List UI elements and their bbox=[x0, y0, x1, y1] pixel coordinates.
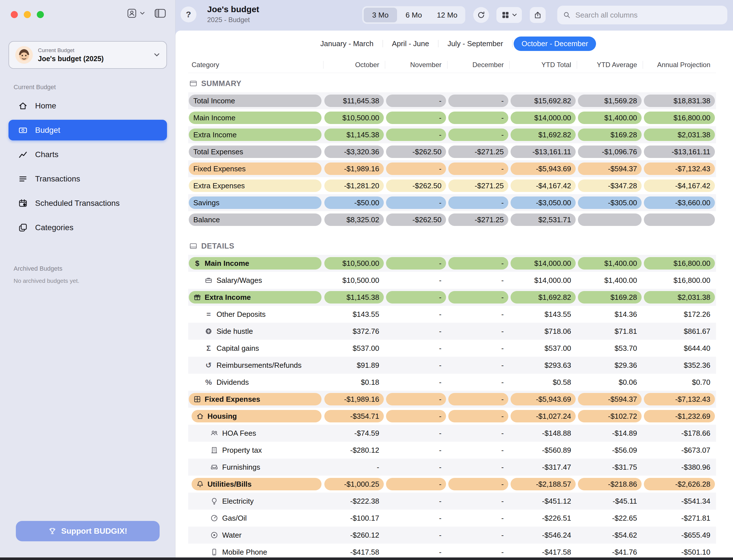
value-cell: -$1,281.20 bbox=[324, 179, 384, 192]
content-panel: January - MarchApril - JuneJuly - Septem… bbox=[176, 31, 733, 560]
value-cell: - bbox=[386, 478, 446, 490]
summary-row-extra-expenses[interactable]: Extra Expenses-$1,281.20-$262.50-$271.25… bbox=[188, 177, 716, 194]
summary-row-savings[interactable]: Savings-$50.00---$3,050.00-$305.00-$3,66… bbox=[188, 194, 716, 211]
value-cell: - bbox=[386, 291, 446, 303]
details-row-fixed-expenses[interactable]: Fixed Expenses-$1,989.16---$5,943.69-$59… bbox=[188, 391, 716, 408]
details-row-salary-wages[interactable]: Salary/Wages$10,500.00--$14,000.00$1,400… bbox=[188, 272, 716, 289]
value-cell: -$560.89 bbox=[509, 446, 577, 455]
period-segment-3-mo[interactable]: 3 Mo bbox=[364, 8, 397, 22]
sidebar-item-transactions[interactable]: Transactions bbox=[8, 168, 167, 189]
value-cell: -$3,050.00 bbox=[510, 196, 576, 209]
sidebar-item-home[interactable]: Home bbox=[8, 95, 167, 116]
value-cell: - bbox=[385, 463, 447, 472]
briefcase-icon bbox=[205, 276, 213, 284]
category-label: Extra Expenses bbox=[193, 181, 245, 190]
details-row-other-deposits[interactable]: =Other Deposits$143.55--$143.55$14.36$17… bbox=[188, 306, 716, 323]
sidebar-item-charts[interactable]: Charts bbox=[8, 144, 167, 165]
value-cell: -$2,626.28 bbox=[644, 478, 715, 490]
details-section-title: DETAILS bbox=[188, 237, 716, 255]
column-header-november[interactable]: November bbox=[385, 61, 447, 69]
category-label: Savings bbox=[193, 198, 220, 207]
value-cell: $29.36 bbox=[577, 361, 643, 370]
title-block: Joe's budget 2025 - Budget bbox=[207, 5, 259, 24]
layout-grid-button[interactable] bbox=[496, 7, 522, 23]
support-button-label: Support BUDGIX! bbox=[61, 527, 127, 536]
value-cell: -$4,167.42 bbox=[510, 179, 576, 192]
tab-january-march[interactable]: January - March bbox=[313, 37, 381, 51]
support-button[interactable]: Support BUDGIX! bbox=[16, 521, 160, 541]
value-cell: -$22.65 bbox=[577, 514, 643, 523]
details-row-main-income[interactable]: $Main Income$10,500.00--$14,000.00$1,400… bbox=[188, 255, 716, 272]
value-cell: -$262.50 bbox=[386, 146, 446, 158]
column-header-category[interactable]: Category bbox=[188, 61, 323, 69]
summary-row-main-income[interactable]: Main Income$10,500.00--$14,000.00$1,400.… bbox=[188, 109, 716, 126]
zoom-window-button[interactable] bbox=[37, 11, 44, 18]
details-row-property-tax[interactable]: Property tax-$280.12---$560.89-$56.09-$6… bbox=[188, 442, 716, 459]
value-cell: - bbox=[385, 497, 447, 506]
column-header-december[interactable]: December bbox=[447, 61, 509, 69]
refresh-button[interactable] bbox=[473, 7, 489, 23]
column-header-october[interactable]: October bbox=[323, 61, 385, 69]
period-segment-12-mo[interactable]: 12 Mo bbox=[430, 8, 464, 22]
value-cell: - bbox=[385, 514, 447, 523]
tab-october-december[interactable]: October - December bbox=[514, 37, 596, 51]
import-export-button[interactable] bbox=[530, 7, 546, 23]
details-row-reimbursements-refunds[interactable]: ↺Reimbursements/Refunds$91.89--$293.63$2… bbox=[188, 357, 716, 374]
details-row-hoa-fees[interactable]: HOA Fees-$74.59---$148.88-$14.89-$178.66 bbox=[188, 425, 716, 442]
toggle-sidebar-button[interactable] bbox=[155, 9, 166, 18]
sidebar-item-budget[interactable]: Budget bbox=[8, 120, 167, 140]
summary-row-balance[interactable]: Balance$8,325.02-$262.50-$271.25$2,531.7… bbox=[188, 211, 716, 228]
value-cell: -$501.10 bbox=[643, 548, 716, 557]
sidebar-item-scheduled-transactions[interactable]: Scheduled Transactions bbox=[8, 193, 167, 213]
value-cell: -$271.81 bbox=[643, 514, 716, 523]
details-row-capital-gains[interactable]: ΣCapital gains$537.00--$537.00$53.70$644… bbox=[188, 340, 716, 357]
value-cell: $2,031.38 bbox=[644, 291, 715, 303]
tab-april-june[interactable]: April - June bbox=[384, 37, 437, 51]
people-icon bbox=[210, 429, 218, 437]
tab-separator bbox=[512, 40, 512, 47]
summary-row-total-income[interactable]: Total Income$11,645.38--$15,692.82$1,569… bbox=[188, 92, 716, 109]
value-cell: - bbox=[385, 310, 447, 319]
column-header-annual-projection[interactable]: Annual Projection bbox=[643, 61, 716, 69]
category-label: Fixed Expenses bbox=[193, 164, 246, 173]
account-menu-button[interactable] bbox=[127, 8, 145, 18]
details-row-gas-oil[interactable]: Gas/Oil-$100.17---$226.51-$22.65-$271.81 bbox=[188, 510, 716, 527]
value-cell: -$222.38 bbox=[323, 497, 385, 506]
gauge-icon bbox=[210, 514, 218, 522]
value-cell: - bbox=[447, 446, 509, 455]
current-budget-selector[interactable]: Current Budget Joe's budget (2025) bbox=[8, 41, 167, 69]
minimize-window-button[interactable] bbox=[24, 11, 31, 18]
category-label: Main Income bbox=[205, 259, 249, 268]
topbar: ? Joe's budget 2025 - Budget 3 Mo6 Mo12 … bbox=[176, 0, 733, 31]
search-input[interactable] bbox=[575, 10, 722, 20]
value-cell: -$45.11 bbox=[577, 497, 643, 506]
column-header-ytd-average[interactable]: YTD Average bbox=[577, 61, 643, 69]
column-header-ytd-total[interactable]: YTD Total bbox=[509, 61, 577, 69]
sidebar-item-categories[interactable]: Categories bbox=[8, 217, 167, 238]
details-row-furnishings[interactable]: Furnishings----$317.47-$31.75-$380.96 bbox=[188, 459, 716, 476]
details-row-dividends[interactable]: %Dividends$0.18--$0.58$0.06$0.70 bbox=[188, 374, 716, 391]
close-window-button[interactable] bbox=[11, 11, 18, 18]
equals-icon: = bbox=[205, 310, 213, 318]
value-cell: - bbox=[448, 95, 508, 107]
details-row-water[interactable]: Water-$260.12---$546.24-$54.62-$655.49 bbox=[188, 527, 716, 544]
help-button[interactable]: ? bbox=[181, 7, 196, 22]
tab-july-september[interactable]: July - September bbox=[439, 37, 511, 51]
details-row-utilities-bills[interactable]: Utilities/Bills-$1,000.25---$2,188.57-$2… bbox=[188, 476, 716, 493]
value-cell: $11,645.38 bbox=[324, 95, 384, 107]
period-segment-6-mo[interactable]: 6 Mo bbox=[397, 8, 430, 22]
category-label: Mobile Phone bbox=[222, 548, 267, 557]
details-row-housing[interactable]: Housing-$354.71---$1,027.24-$102.72-$1,2… bbox=[188, 408, 716, 425]
search-field[interactable] bbox=[557, 6, 727, 24]
details-section-label: DETAILS bbox=[201, 242, 234, 251]
value-cell: - bbox=[386, 95, 446, 107]
summary-row-total-expenses[interactable]: Total Expenses-$3,320.36-$262.50-$271.25… bbox=[188, 143, 716, 160]
details-row-extra-income[interactable]: Extra Income$1,145.38--$1,692.82$169.28$… bbox=[188, 289, 716, 306]
details-row-side-hustle[interactable]: Side hustle$372.76--$718.06$71.81$861.67 bbox=[188, 323, 716, 340]
category-label: Balance bbox=[193, 215, 220, 224]
summary-row-extra-income[interactable]: Extra Income$1,145.38--$1,692.82$169.28$… bbox=[188, 126, 716, 143]
summary-row-fixed-expenses[interactable]: Fixed Expenses-$1,989.16---$5,943.69-$59… bbox=[188, 160, 716, 177]
details-row-electricity[interactable]: Electricity-$222.38---$451.12-$45.11-$54… bbox=[188, 493, 716, 510]
value-cell: $1,145.38 bbox=[324, 129, 384, 141]
sidebar-item-label: Budget bbox=[35, 126, 60, 135]
